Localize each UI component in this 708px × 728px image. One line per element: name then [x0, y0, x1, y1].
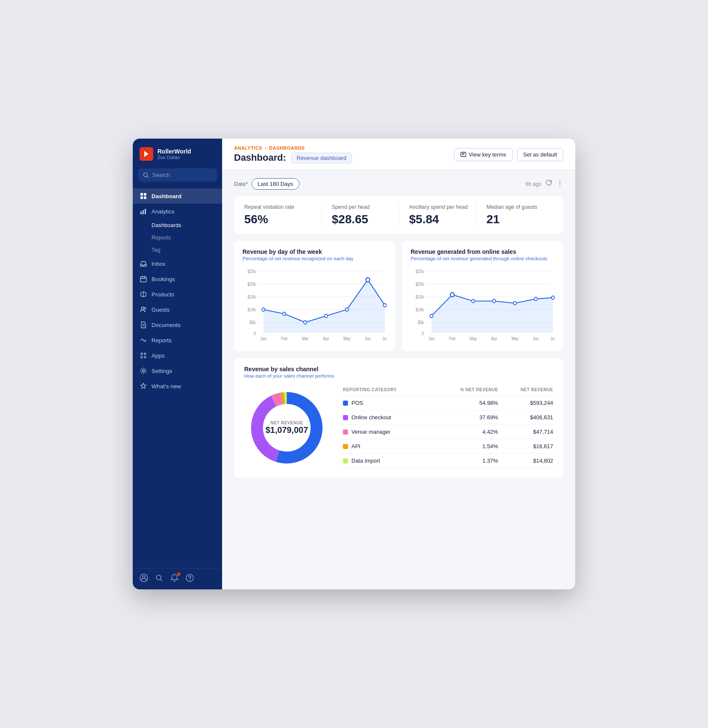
channel-row-4: Data import 1.37% $14,802 — [343, 454, 553, 468]
chart2-area: $25k $20k $15k $10k $5k 0 — [411, 267, 555, 344]
header-actions: View key terms Set as default — [454, 148, 563, 161]
svg-text:$25k: $25k — [248, 269, 256, 274]
notifications-icon[interactable] — [170, 574, 179, 584]
donut-center: NET REVENUE $1,079,007 — [266, 421, 308, 435]
more-options-icon[interactable] — [557, 180, 563, 188]
svg-text:0: 0 — [422, 331, 424, 336]
channel-content: NET REVENUE $1,079,007 REPORTING CATEGOR… — [244, 385, 553, 470]
date-range-button[interactable]: Last 180 Days — [251, 178, 300, 190]
key-terms-icon — [460, 151, 466, 157]
channel-pct-2: 4.42% — [434, 425, 498, 439]
channel-row-0: POS 54.98% $593,244 — [343, 396, 553, 410]
svg-point-35 — [560, 185, 560, 185]
svg-point-54 — [383, 304, 386, 307]
sidebar-item-dashboard[interactable]: Dashboard — [133, 188, 222, 204]
sidebar-item-apps[interactable]: Apps — [133, 348, 222, 363]
channel-label-4: Data import — [343, 454, 434, 468]
sidebar-footer — [133, 568, 222, 589]
guests-label: Guests — [151, 307, 170, 313]
channel-dot-1 — [343, 415, 348, 420]
col-category: REPORTING CATEGORY — [343, 387, 434, 396]
svg-text:$20k: $20k — [416, 282, 424, 287]
channel-name-2: Venue manager — [351, 429, 391, 435]
analytics-icon — [140, 208, 147, 215]
channel-name-1: Online checkout — [351, 414, 391, 421]
sidebar-sub-reports[interactable]: Reports — [133, 231, 222, 244]
channel-dot-0 — [343, 401, 348, 406]
svg-point-50 — [304, 321, 307, 324]
breadcrumb-analytics: ANALYTICS — [234, 145, 262, 151]
breadcrumb: ANALYTICS › DASHBOARDS — [234, 145, 352, 151]
sidebar: RollerWorld Zoe Dallan Search — [133, 139, 222, 589]
sidebar-sub-tag[interactable]: Tag — [133, 244, 222, 256]
view-key-terms-button[interactable]: View key terms — [454, 148, 513, 161]
channel-dot-4 — [343, 458, 348, 464]
sidebar-item-inbox[interactable]: Inbox — [133, 256, 222, 271]
svg-point-78 — [514, 301, 517, 305]
sidebar-item-products[interactable]: Products — [133, 287, 222, 302]
svg-text:Feb: Feb — [449, 336, 455, 341]
profile-icon[interactable] — [140, 574, 148, 584]
search-button[interactable]: Search — [138, 168, 217, 182]
svg-point-53 — [366, 278, 370, 282]
svg-point-49 — [283, 312, 286, 316]
channel-label-2: Venue manager — [343, 425, 434, 439]
apps-label: Apps — [151, 353, 165, 359]
help-icon[interactable] — [186, 574, 194, 584]
stat-ancillary-spend: Ancillary spend per head $5.84 — [399, 204, 476, 226]
svg-text:Jun: Jun — [533, 336, 539, 341]
svg-point-19 — [141, 353, 143, 355]
svg-text:Apr: Apr — [323, 336, 329, 341]
search-icon — [143, 172, 149, 178]
svg-text:Jul: Jul — [551, 336, 555, 341]
svg-text:Jun: Jun — [365, 336, 371, 341]
channel-name-0: POS — [351, 400, 363, 406]
date-label: Date* — [234, 181, 248, 187]
sidebar-item-documents[interactable]: Documents — [133, 317, 222, 333]
set-as-default-button[interactable]: Set as default — [517, 148, 564, 161]
channel-label-3: API — [343, 439, 434, 454]
channel-pct-0: 54.98% — [434, 396, 498, 410]
svg-rect-9 — [145, 209, 146, 214]
sidebar-item-reports[interactable]: Reports — [133, 333, 222, 348]
svg-point-20 — [144, 353, 146, 355]
chart1-title: Revenue by day of the week — [243, 248, 387, 255]
sidebar-item-settings[interactable]: Settings — [133, 363, 222, 378]
search-footer-icon[interactable] — [155, 574, 163, 584]
sidebar-item-guests[interactable]: Guests — [133, 302, 222, 317]
svg-text:$5k: $5k — [418, 320, 424, 325]
sidebar-item-whats-new[interactable]: What's new — [133, 378, 222, 394]
svg-rect-10 — [140, 277, 146, 282]
channel-rev-2: $47,714 — [498, 425, 553, 439]
refresh-icon[interactable] — [545, 180, 552, 188]
channel-name-4: Data import — [351, 458, 380, 464]
svg-point-33 — [560, 180, 560, 181]
brand-name: RollerWorld — [157, 148, 191, 155]
svg-text:$20k: $20k — [248, 282, 256, 287]
svg-text:May: May — [511, 336, 519, 341]
settings-icon — [140, 367, 147, 375]
svg-point-15 — [141, 307, 144, 310]
whats-new-label: What's new — [151, 383, 181, 390]
svg-text:$15k: $15k — [416, 295, 424, 300]
channel-table: REPORTING CATEGORY % NET REVENUE NET REV… — [343, 387, 553, 468]
svg-point-52 — [345, 308, 348, 311]
revenue-dashboard-badge[interactable]: Revenue dashboard — [291, 153, 352, 163]
whats-new-icon — [140, 382, 147, 390]
svg-rect-8 — [143, 210, 144, 214]
bookings-label: Bookings — [151, 276, 175, 282]
svg-text:Apr: Apr — [491, 336, 497, 341]
dashboard-label: Dashboard — [151, 193, 182, 199]
stat-label-0: Repeat visitation rate — [244, 204, 311, 210]
svg-point-24 — [140, 574, 148, 582]
svg-point-51 — [325, 314, 328, 318]
svg-point-75 — [451, 293, 454, 297]
svg-point-23 — [143, 370, 145, 372]
apps-icon — [140, 352, 147, 359]
svg-text:$10k: $10k — [416, 307, 424, 313]
reports-label: Reports — [151, 337, 171, 344]
sidebar-item-analytics[interactable]: Analytics — [133, 204, 222, 219]
main-content: Date* Last 180 Days 6h ago — [222, 170, 575, 589]
sidebar-item-bookings[interactable]: Bookings — [133, 271, 222, 287]
sidebar-sub-dashboards[interactable]: Dashboards — [133, 219, 222, 231]
